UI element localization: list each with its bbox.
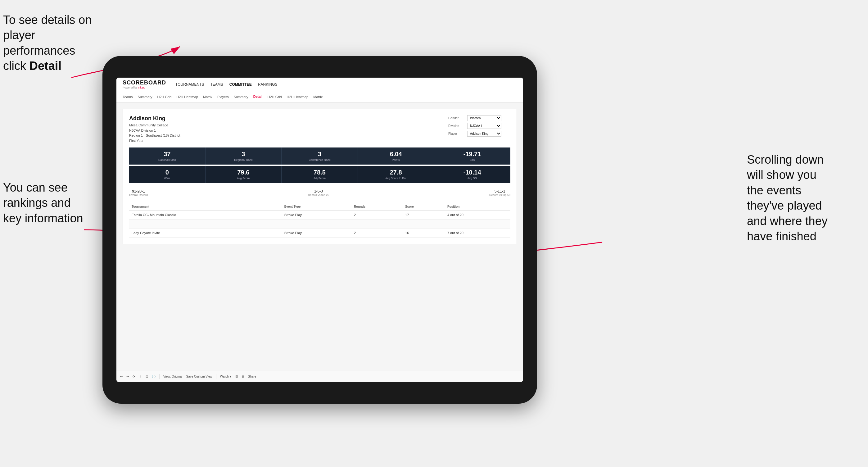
nav-tournaments[interactable]: TOURNAMENTS: [176, 82, 204, 87]
stats-row2: 0 Wins 79.6 Avg Score 78.5 Adj Score 27.…: [129, 166, 510, 183]
subnav-h2h-grid[interactable]: H2H Grid: [157, 94, 172, 100]
tablet-screen: SCOREBOARD Powered by clippd TOURNAMENTS…: [116, 77, 523, 382]
table-row: Estella CC- Mountain Classic Stroke Play…: [129, 211, 510, 220]
subnav-h2h-grid2[interactable]: H2H Grid: [268, 94, 282, 100]
cell-tournament-3: Lady Coyote Invite: [129, 228, 282, 238]
cell-rounds-2: [351, 220, 403, 228]
record-top50: 5-11-1 Record vs top 50: [489, 189, 510, 196]
toolbar-watch[interactable]: Watch ▾: [220, 375, 231, 378]
toolbar-divider2: [216, 374, 216, 379]
toolbar-save-custom[interactable]: Save Custom View: [186, 375, 212, 378]
toolbar-share[interactable]: Share: [248, 375, 256, 378]
bottom-toolbar: ↩ ↪ ⟳ ⏸ ⊡ 🕐 View: Original Save Custom V…: [116, 371, 523, 382]
nav-teams[interactable]: TEAMS: [210, 82, 223, 87]
gender-select[interactable]: Women: [467, 115, 501, 121]
player-header: Addison King Mesa Community College NJCA…: [129, 115, 510, 143]
cell-position-3: 7 out of 20: [445, 228, 510, 238]
main-content: Addison King Mesa Community College NJCA…: [116, 102, 523, 382]
col-position: Position: [445, 203, 510, 211]
toolbar-undo[interactable]: ↩: [120, 375, 123, 378]
cell-rounds-3: 2: [351, 228, 403, 238]
cell-rounds-1: 2: [351, 211, 403, 220]
gender-label: Gender: [448, 117, 465, 120]
division-select[interactable]: NJCAA I: [467, 123, 501, 129]
logo-area: SCOREBOARD Powered by clippd: [123, 80, 166, 89]
player-year: First Year: [129, 138, 180, 144]
cell-position-1: 4 out of 20: [445, 211, 510, 220]
stat-sos: -19.71 SoS: [434, 148, 510, 164]
record-top25: 1-5-0 Record vs top 25: [308, 189, 329, 196]
tablet-frame: SCOREBOARD Powered by clippd TOURNAMENTS…: [102, 56, 537, 404]
records-row: 91-20-1 Overall Record 1-5-0 Record vs t…: [129, 187, 510, 199]
stat-avg-sg: -10.14 Avg SG: [434, 166, 510, 183]
player-region: Region 1 - Southwest (18) District: [129, 133, 180, 138]
subnav-summary2[interactable]: Summary: [234, 94, 248, 100]
toolbar-monitor[interactable]: 🖥: [235, 375, 238, 378]
gender-control: Gender Women: [448, 115, 510, 121]
subnav-h2h-heatmap[interactable]: H2H Heatmap: [176, 94, 198, 100]
col-tournament: Tournament: [129, 203, 282, 211]
col-score: Score: [403, 203, 445, 211]
player-control: Player Addison King: [448, 131, 510, 136]
toolbar-view-original[interactable]: View: Original: [163, 375, 183, 378]
toolbar-redo[interactable]: ↪: [126, 375, 129, 378]
toolbar-grid2[interactable]: ⊞: [242, 375, 244, 378]
subnav-teams[interactable]: Teams: [123, 94, 132, 100]
annotation-bottom-left: You can see rankings and key information: [3, 180, 108, 226]
cell-score-3: 16: [403, 228, 445, 238]
subnav-players[interactable]: Players: [217, 94, 229, 100]
content-card: Addison King Mesa Community College NJCA…: [123, 109, 517, 244]
tournament-table: Tournament Event Type Rounds Score Posit…: [129, 203, 510, 238]
stats-row1: 37 National Rank 3 Regional Rank 3 Confe…: [129, 148, 510, 164]
cell-score-1: 17: [403, 211, 445, 220]
nav-rankings[interactable]: RANKINGS: [258, 82, 278, 87]
stat-wins: 0 Wins: [129, 166, 206, 183]
stat-points: 6.04 Points: [358, 148, 434, 164]
player-controls: Gender Women Division NJCAA I: [448, 115, 510, 143]
stat-adj-score: 78.5 Adj Score: [282, 166, 358, 183]
table-row: Lady Coyote Invite Stroke Play 2 16 7 ou…: [129, 228, 510, 238]
cell-position-2: [445, 220, 510, 228]
toolbar-refresh[interactable]: ⟳: [132, 375, 135, 378]
player-select[interactable]: Addison King: [467, 131, 501, 136]
player-school: Mesa Community College: [129, 123, 180, 128]
division-control: Division NJCAA I: [448, 123, 510, 129]
cell-tournament-2: [129, 220, 282, 228]
stat-avg-score-par: 27.8 Avg Score to Par: [358, 166, 434, 183]
player-label: Player: [448, 132, 465, 135]
player-name: Addison King: [129, 115, 180, 122]
toolbar-pause[interactable]: ⏸: [139, 375, 142, 378]
toolbar-grid[interactable]: ⊡: [146, 375, 148, 378]
nav-items: TOURNAMENTS TEAMS COMMITTEE RANKINGS: [176, 82, 277, 87]
subnav-h2h-heatmap2[interactable]: H2H Heatmap: [287, 94, 309, 100]
subnav-matrix[interactable]: Matrix: [203, 94, 212, 100]
nav-committee[interactable]: COMMITTEE: [229, 82, 252, 87]
sub-nav: Teams Summary H2H Grid H2H Heatmap Matri…: [116, 91, 523, 102]
subnav-summary[interactable]: Summary: [137, 94, 152, 100]
top-nav: SCOREBOARD Powered by clippd TOURNAMENTS…: [116, 77, 523, 91]
cell-event-type-2: [282, 220, 351, 228]
logo-powered: Powered by clippd: [123, 86, 166, 89]
col-event-type: Event Type: [282, 203, 351, 211]
col-rounds: Rounds: [351, 203, 403, 211]
cell-event-type-3: Stroke Play: [282, 228, 351, 238]
stat-conference-rank: 3 Conference Rank: [282, 148, 358, 164]
toolbar-divider: [159, 374, 160, 379]
stat-national-rank: 37 National Rank: [129, 148, 206, 164]
toolbar-time[interactable]: 🕐: [152, 375, 156, 378]
stat-avg-score: 79.6 Avg Score: [206, 166, 282, 183]
annotation-right: Scrolling down will show you the events …: [747, 152, 865, 244]
player-division: NJCAA Division 1: [129, 128, 180, 133]
subnav-matrix2[interactable]: Matrix: [313, 94, 322, 100]
cell-tournament-1: Estella CC- Mountain Classic: [129, 211, 282, 220]
division-label: Division: [448, 124, 465, 128]
cell-score-2: [403, 220, 445, 228]
record-overall: 91-20-1 Overall Record: [129, 189, 148, 196]
player-info: Addison King Mesa Community College NJCA…: [129, 115, 180, 143]
annotation-top-left: To see details on player performances cl…: [3, 12, 108, 74]
subnav-detail[interactable]: Detail: [253, 93, 262, 100]
table-row: [129, 220, 510, 228]
stat-regional-rank: 3 Regional Rank: [206, 148, 282, 164]
logo-scoreboard: SCOREBOARD: [123, 80, 166, 86]
cell-event-type-1: Stroke Play: [282, 211, 351, 220]
